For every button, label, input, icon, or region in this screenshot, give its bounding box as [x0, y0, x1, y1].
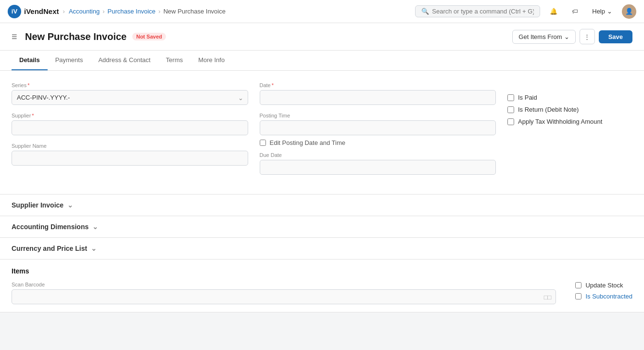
is-paid-checkbox[interactable] — [507, 94, 514, 101]
get-items-from-button[interactable]: Get Items From ⌄ — [512, 30, 575, 44]
barcode-scan-icon: □□ — [544, 293, 552, 300]
apply-tax-row: Apply Tax Withholding Amount — [507, 118, 632, 125]
status-badge: Not Saved — [132, 33, 166, 40]
edit-posting-row: Edit Posting Date and Time — [260, 139, 496, 146]
supplier-name-label: Supplier Name — [12, 143, 248, 149]
details-form: Series* ACC-PINV-.YYYY.- ⌄ Supplier* SUP… — [0, 71, 644, 194]
save-button[interactable]: Save — [599, 30, 632, 43]
tag-icon[interactable]: 🏷 — [567, 4, 582, 19]
edit-posting-checkbox[interactable] — [260, 140, 266, 146]
page-header: ☰ New Purchase Invoice Not Saved Get Ite… — [0, 23, 644, 51]
nav-right: 🔍 🔔 🏷 Help ⌄ 👤 — [415, 4, 636, 19]
posting-time-field: Posting Time 09:38:36 — [260, 113, 496, 135]
scan-barcode-label: Scan Barcode — [12, 282, 556, 287]
series-select-wrap: ACC-PINV-.YYYY.- ⌄ — [12, 90, 248, 105]
currency-price-list-label: Currency and Price List — [12, 245, 87, 252]
is-paid-label: Is Paid — [518, 94, 537, 101]
page-title: New Purchase Invoice — [25, 31, 126, 42]
series-label: Series* — [12, 82, 248, 88]
accounting-dimensions-chevron-icon: ⌄ — [92, 223, 98, 231]
posting-time-label: Posting Time — [260, 113, 496, 118]
items-form-row: Scan Barcode □□ Update Stock Is Subcontr… — [12, 282, 632, 304]
brand-icon: iV — [8, 5, 21, 18]
items-section: Items Scan Barcode □□ Update Stock Is Su… — [0, 259, 644, 312]
apply-tax-label: Apply Tax Withholding Amount — [518, 118, 602, 125]
tab-terms[interactable]: Terms — [158, 51, 190, 70]
apply-tax-checkbox[interactable] — [507, 118, 514, 125]
date-field: Date* 09/04/2024 — [260, 82, 496, 105]
tab-more-info[interactable]: More Info — [190, 51, 232, 70]
tab-address-contact[interactable]: Address & Contact — [90, 51, 158, 70]
is-paid-row: Is Paid — [507, 94, 632, 101]
stock-subcontract-col: Update Stock Is Subcontracted — [575, 282, 632, 300]
accounting-dimensions-label: Accounting Dimensions — [12, 223, 88, 231]
edit-posting-label: Edit Posting Date and Time — [270, 139, 346, 146]
more-options-button[interactable]: ⋮ — [580, 29, 595, 44]
form-col-left: Series* ACC-PINV-.YYYY.- ⌄ Supplier* SUP… — [12, 82, 248, 175]
supplier-field: Supplier* SUP-2024-00001 — [12, 113, 248, 135]
posting-time-input[interactable]: 09:38:36 — [260, 120, 496, 135]
search-bar[interactable]: 🔍 — [415, 5, 540, 17]
is-return-label: Is Return (Debit Note) — [518, 106, 579, 113]
accounting-dimensions-section[interactable]: Accounting Dimensions ⌄ — [0, 216, 644, 238]
barcode-input-wrap: □□ — [12, 289, 556, 304]
supplier-invoice-section[interactable]: Supplier Invoice ⌄ — [0, 194, 644, 216]
breadcrumb: Accounting › Purchase Invoice › New Purc… — [69, 8, 226, 15]
notification-icon[interactable]: 🔔 — [546, 4, 561, 19]
due-date-label: Due Date — [260, 152, 496, 158]
supplier-input[interactable]: SUP-2024-00001 — [12, 120, 248, 135]
is-return-row: Is Return (Debit Note) — [507, 106, 632, 113]
breadcrumb-accounting[interactable]: Accounting — [69, 8, 100, 15]
date-input[interactable]: 09/04/2024 — [260, 90, 496, 105]
due-date-field: Due Date 09/04/2024 — [260, 152, 496, 175]
chevron-down-icon: ⌄ — [607, 8, 612, 15]
is-subcontracted-row: Is Subcontracted — [575, 293, 632, 300]
is-subcontracted-label: Is Subcontracted — [585, 293, 632, 300]
top-nav: iV iVendNext › Accounting › Purchase Inv… — [0, 0, 644, 23]
header-actions: Get Items From ⌄ ⋮ Save — [512, 29, 632, 44]
form-col-checkboxes: Is Paid Is Return (Debit Note) Apply Tax… — [507, 82, 632, 175]
main-content: Series* ACC-PINV-.YYYY.- ⌄ Supplier* SUP… — [0, 71, 644, 312]
is-subcontracted-checkbox[interactable] — [575, 293, 581, 299]
form-row-1: Series* ACC-PINV-.YYYY.- ⌄ Supplier* SUP… — [12, 82, 632, 175]
supplier-invoice-chevron-icon: ⌄ — [67, 201, 73, 209]
supplier-invoice-label: Supplier Invoice — [12, 201, 63, 209]
form-col-middle: Date* 09/04/2024 Posting Time 09:38:36 E… — [260, 82, 496, 175]
avatar[interactable]: 👤 — [622, 4, 636, 19]
search-icon: 🔍 — [421, 8, 429, 15]
breadcrumb-purchase-invoice[interactable]: Purchase Invoice — [108, 8, 156, 15]
tab-payments[interactable]: Payments — [48, 51, 91, 70]
supplier-name-field: Supplier Name Open Sea — [12, 143, 248, 166]
update-stock-label: Update Stock — [585, 282, 623, 289]
series-field: Series* ACC-PINV-.YYYY.- ⌄ — [12, 82, 248, 105]
breadcrumb-sep-1: › — [63, 8, 65, 15]
currency-price-list-section[interactable]: Currency and Price List ⌄ — [0, 238, 644, 259]
is-return-checkbox[interactable] — [507, 106, 514, 113]
barcode-col: Scan Barcode □□ — [12, 282, 556, 304]
date-label: Date* — [260, 82, 496, 88]
brand-name: iVendNext — [24, 7, 59, 15]
search-input[interactable] — [432, 8, 534, 15]
barcode-input[interactable] — [12, 289, 556, 304]
update-stock-row: Update Stock — [575, 282, 632, 289]
breadcrumb-current: New Purchase Invoice — [164, 8, 226, 15]
help-button[interactable]: Help ⌄ — [588, 6, 616, 17]
currency-price-list-chevron-icon: ⌄ — [91, 245, 97, 252]
brand-logo[interactable]: iV iVendNext — [8, 5, 59, 18]
tabs: Details Payments Address & Contact Terms… — [0, 51, 644, 71]
update-stock-checkbox[interactable] — [575, 282, 581, 288]
due-date-input[interactable]: 09/04/2024 — [260, 160, 496, 175]
tab-details[interactable]: Details — [12, 51, 48, 70]
series-select[interactable]: ACC-PINV-.YYYY.- — [12, 90, 248, 105]
supplier-label: Supplier* — [12, 113, 248, 118]
hamburger-icon[interactable]: ☰ — [12, 33, 17, 40]
items-title: Items — [12, 267, 632, 275]
chevron-down-icon: ⌄ — [564, 33, 569, 40]
supplier-name-input[interactable]: Open Sea — [12, 151, 248, 166]
